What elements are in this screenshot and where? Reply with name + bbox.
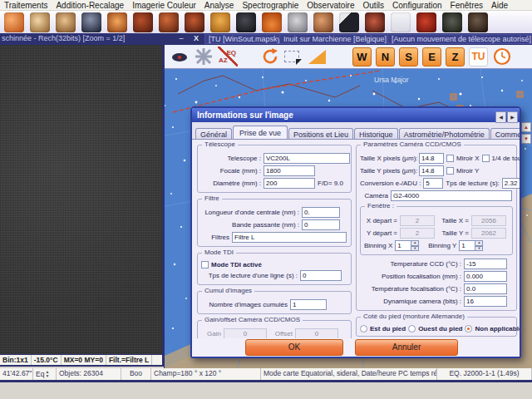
focale-input[interactable] [264, 165, 315, 176]
menu-analyse[interactable]: Analyse [204, 0, 234, 11]
tab-prise-de-vue[interactable]: Prise de vue [233, 126, 288, 140]
moon-icon[interactable] [288, 12, 308, 32]
taille-x-input[interactable] [419, 153, 444, 164]
tps-lecture-label: Tps de lecture (s): [446, 180, 499, 187]
binning-x-spin-icons[interactable]: ▲▼ [411, 240, 419, 251]
longueur-onde-input[interactable] [302, 207, 340, 218]
dome-panel-icon[interactable] [468, 12, 488, 32]
arc-curve-icon[interactable] [391, 12, 411, 32]
tab-scroll-left-icon[interactable]: ◀ [495, 111, 506, 123]
miroir-y-checkbox[interactable] [446, 167, 454, 175]
eye-icon[interactable] [170, 47, 190, 66]
binning-x-stepper[interactable]: ▲▼ [395, 240, 419, 251]
compass-south-button[interactable]: S [399, 47, 418, 66]
right-column: Paramètres Caméra CCD/CMOS Taille X pixe… [356, 145, 517, 338]
magnifier-plus-icon[interactable] [56, 12, 76, 32]
copper-disc-icon[interactable] [313, 12, 333, 32]
tab-positions-et-lieu[interactable]: Positions et Lieu [288, 128, 353, 140]
clock-icon[interactable] [492, 47, 512, 66]
filtre-group-legend: Filtre [202, 195, 222, 202]
diametre-input[interactable] [264, 178, 315, 189]
binning-y-input[interactable] [459, 240, 475, 251]
protractor-icon[interactable] [308, 47, 328, 66]
map-spin-down-button[interactable]: ▼ [521, 134, 531, 144]
universal-time-button[interactable]: TU [469, 47, 488, 66]
ok-button[interactable]: OK [245, 339, 343, 356]
histogram-panel-icon[interactable] [339, 12, 359, 32]
radio-est-du-pied[interactable]: Est du pied [360, 325, 406, 332]
tab-scroll-right-icon[interactable]: ▶ [507, 111, 518, 123]
tab-historique[interactable]: Historique [354, 128, 398, 140]
telescope-input[interactable] [264, 153, 350, 164]
binning-x-input[interactable] [395, 240, 411, 251]
flame-drop-icon[interactable] [262, 12, 282, 32]
quart-tour-checkbox[interactable] [482, 155, 490, 162]
telescope-icon[interactable] [133, 12, 153, 32]
radio-non-applicable-icon[interactable] [465, 325, 472, 332]
center-crosshair-icon[interactable] [194, 47, 214, 66]
map-spin-up-button[interactable]: ▲ [521, 122, 531, 132]
film-frame-icon[interactable] [442, 12, 462, 32]
mount-head-icon[interactable] [236, 12, 256, 32]
tps-lecture-input[interactable] [502, 178, 520, 189]
menu-traitements[interactable]: Traitements [4, 0, 47, 11]
eq-label: EQ [218, 49, 238, 57]
minimize-button[interactable]: – [176, 33, 186, 44]
zenith-button[interactable]: Z [446, 47, 465, 66]
menu-imagerie-couleur[interactable]: Imagerie Couleur [132, 0, 196, 11]
binning-y-label: Binning Y [428, 242, 456, 249]
eq-az-toggle-icon[interactable]: EQ AZ [218, 47, 238, 66]
tab-astrometrie-photometrie[interactable]: Astrométrie/Photométrie [399, 128, 490, 140]
astro-image-view[interactable] [0, 45, 164, 354]
dynamique-camera-input[interactable] [464, 296, 507, 307]
binning-y-stepper[interactable]: ▲▼ [459, 240, 483, 251]
planet-icon[interactable] [4, 12, 24, 32]
menu-outils[interactable]: Outils [363, 0, 385, 11]
selection-rect-icon[interactable] [284, 47, 304, 66]
conversion-input[interactable] [423, 178, 443, 189]
frame-selector[interactable]: Eq ▲▼ [33, 368, 57, 380]
menu-spectrographie[interactable]: Spectrographie [242, 0, 298, 11]
temperature-focalisation-input[interactable] [464, 283, 507, 294]
menu-aide[interactable]: Aide [491, 0, 508, 11]
binning-y-spin-icons[interactable]: ▲▼ [475, 240, 483, 251]
lens-icon[interactable] [159, 12, 179, 32]
ccd-camera-icon[interactable] [185, 12, 204, 32]
camera-input[interactable] [391, 190, 512, 201]
tab-general[interactable]: Général [195, 128, 232, 140]
fan-gear-icon[interactable] [107, 12, 127, 32]
miroir-x-checkbox[interactable] [446, 155, 454, 162]
mode-tdi-group: Mode TDI Mode TDI activé Tps de lecture … [197, 253, 352, 285]
menu-configuration[interactable]: Configuration [392, 0, 441, 11]
compass-west-button[interactable]: W [352, 47, 372, 66]
position-focalisation-input[interactable] [464, 271, 507, 282]
frame-spin-icons[interactable]: ▲▼ [45, 370, 49, 378]
radio-ouest-du-pied[interactable]: Ouest du pied [408, 325, 462, 332]
radio-est-icon[interactable] [360, 325, 367, 332]
menu-fenetres[interactable]: Fenêtres [451, 0, 483, 11]
menu-addition-recalage[interactable]: Addition-Recalage [56, 0, 124, 11]
mode-tdi-checkbox[interactable] [201, 261, 209, 268]
rotate-field-icon[interactable] [260, 47, 280, 66]
compass-east-button[interactable]: E [422, 47, 441, 66]
magnifier-icon[interactable] [30, 12, 50, 32]
close-button[interactable]: X [191, 33, 201, 44]
tab-commentaires[interactable]: Commentaires [490, 128, 520, 140]
radio-ouest-icon[interactable] [408, 325, 416, 332]
radio-non-applicable[interactable]: Non applicable [465, 325, 520, 332]
taille-y-input[interactable] [419, 165, 444, 176]
temperature-ccd-input[interactable] [464, 259, 507, 269]
nombre-images-input[interactable] [290, 299, 327, 310]
bande-passante-input[interactable] [302, 219, 340, 230]
focuser-icon[interactable] [210, 12, 230, 32]
red-wrench-icon[interactable] [416, 12, 436, 32]
tps-lecture-ligne-input[interactable] [300, 270, 342, 281]
filtres-input[interactable] [232, 232, 347, 243]
compass-north-button[interactable]: N [376, 47, 395, 66]
clamp-icon[interactable] [365, 12, 385, 32]
cancel-button[interactable]: Annuler [355, 339, 458, 356]
gain-offset-legend: Gain/offset Caméra CCD/CMOS [202, 316, 303, 323]
longueur-onde-label: Longueur d'onde centrale (nm) : [201, 209, 299, 216]
star-capture-icon[interactable] [81, 12, 101, 32]
menu-observatoire[interactable]: Observatoire [307, 0, 354, 11]
